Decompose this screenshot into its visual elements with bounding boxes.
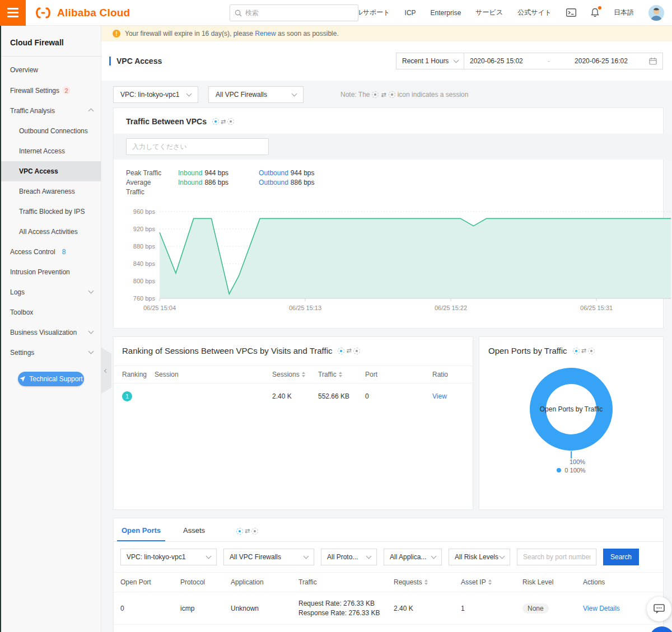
sort-icon[interactable]	[302, 372, 305, 377]
traffic-between-vpcs-card: Traffic Between VPCs ⇄ Peak Traffic Inbo…	[113, 107, 664, 329]
port-value: 0	[365, 392, 432, 400]
search-button[interactable]: Search	[603, 549, 639, 565]
user-avatar[interactable]	[648, 5, 664, 21]
ranking-table-header: Ranking Session Sessions Traffic Port Ra…	[114, 366, 473, 383]
vpc-search-strip	[114, 134, 671, 160]
chat-support-button[interactable]	[647, 597, 671, 621]
vpc-select[interactable]: VPC: lin-tokyo-vpc1	[120, 549, 217, 565]
session-dot-blue-icon	[212, 118, 219, 125]
chevron-down-icon	[186, 91, 192, 97]
chevron-down-icon	[89, 288, 93, 296]
session-dot-blue-icon	[573, 348, 580, 354]
chevron-down-icon	[292, 91, 297, 97]
sidebar-item-business-visualization[interactable]: Business Visualization	[1, 322, 101, 343]
vpc-firewalls-select[interactable]: All VPC Firewalls	[208, 86, 304, 103]
svg-text:960 bps: 960 bps	[133, 208, 156, 215]
sort-icon[interactable]	[488, 579, 492, 585]
page-title: VPC Access	[109, 57, 162, 65]
global-search[interactable]	[230, 4, 358, 21]
donut-ring: Open Ports by Traffic	[530, 368, 613, 451]
sidebar-item-overview[interactable]: Overview	[1, 60, 101, 80]
ports-table-header: Open Port Protocol Application Traffic R…	[114, 572, 663, 592]
vpc-select[interactable]: VPC: lin-tokyo-vpc1	[113, 86, 198, 103]
sidebar-collapse-handle[interactable]	[101, 347, 111, 394]
sidebar-item-all-access-activities[interactable]: All Access Activities	[1, 222, 101, 242]
asset-ip-value: 1	[461, 605, 522, 612]
donut-callout-line	[571, 451, 572, 458]
legend-dot	[557, 468, 561, 472]
view-details-link[interactable]: View Details	[583, 605, 620, 612]
sidebar-item-outbound-connections[interactable]: Outbound Connections	[1, 121, 101, 141]
sidebar-item-logs[interactable]: Logs	[1, 282, 101, 302]
paper-plane-icon	[19, 376, 26, 382]
sort-icon[interactable]	[424, 579, 428, 585]
sessions-sort-header[interactable]: Sessions	[272, 371, 318, 378]
time-range-select[interactable]: Recent 1 Hours	[396, 53, 464, 69]
session-arrows-icon: ⇄	[221, 119, 226, 125]
date-end: 2020-06-25 16:02	[575, 57, 628, 65]
alibaba-cloud-logo-icon	[34, 7, 53, 19]
notifications-bell-icon[interactable]	[591, 8, 599, 17]
search-icon	[235, 10, 242, 17]
risk-level-select[interactable]: All Risk Levels	[449, 549, 510, 565]
nav-item-icp[interactable]: ICP	[405, 9, 416, 17]
tab-open-ports[interactable]: Open Ports	[120, 526, 162, 541]
expiry-warning-banner: ! Your firewall will expire in 16 day(s)…	[101, 26, 672, 41]
hamburger-menu-icon[interactable]	[0, 0, 26, 26]
vpc-session-icon: ⇄	[236, 528, 258, 535]
port-number-search-input[interactable]	[517, 549, 596, 565]
nav-item-enterprise[interactable]: Enterprise	[431, 9, 461, 17]
session-dot-gray-icon	[251, 528, 258, 535]
protocol-select[interactable]: All Proto...	[321, 549, 377, 565]
chevron-left-icon	[104, 368, 108, 372]
requests-value: 2.40 K	[394, 605, 461, 612]
sort-icon[interactable]	[339, 372, 342, 377]
chevron-down-icon	[500, 554, 505, 559]
svg-text:06/25 15:13: 06/25 15:13	[289, 305, 321, 311]
vpc-pair-input[interactable]	[126, 138, 269, 155]
traffic-sort-header[interactable]: Traffic	[318, 371, 365, 378]
view-link[interactable]: View	[432, 392, 447, 400]
sidebar-item-traffic-blocked-by-ips[interactable]: Traffic Blocked by IPS	[1, 202, 101, 222]
ranking-card-title: Ranking of Sessions Between VPCs by Visi…	[122, 346, 332, 355]
page-header: VPC Access Recent 1 Hours 2020-06-25 15:…	[101, 41, 672, 81]
sidebar-item-settings[interactable]: Settings	[1, 343, 101, 363]
session-dot-gray-icon	[588, 348, 595, 354]
svg-text:800 bps: 800 bps	[133, 278, 156, 284]
vpc-firewalls-select[interactable]: All VPC Firewalls	[223, 549, 314, 565]
nav-item-services[interactable]: サービス	[475, 8, 503, 17]
sidebar-item-vpc-access[interactable]: VPC Access	[1, 161, 101, 181]
requests-sort-header[interactable]: Requests	[394, 578, 461, 586]
peak-outbound-value: 944 bps	[291, 169, 315, 177]
tab-assets[interactable]: Assets	[182, 526, 206, 541]
sidebar-item-traffic-analysis[interactable]: Traffic Analysis	[1, 101, 101, 121]
open-ports-assets-card: Open Ports Assets ⇄ VPC: lin-tokyo-vpc1 …	[113, 518, 664, 632]
language-selector[interactable]: 日本語	[614, 8, 634, 17]
application-select[interactable]: All Applica...	[384, 549, 442, 565]
sidebar-item-firewall-settings[interactable]: Firewall Settings2	[1, 80, 101, 101]
sidebar-item-access-control[interactable]: Access Control8	[1, 242, 101, 262]
traffic-value: 552.66 KB	[318, 392, 365, 400]
vpc-session-icon: ⇄	[212, 118, 234, 125]
tabs-row: Open Ports Assets ⇄	[114, 518, 663, 542]
nav-item-official-site[interactable]: 公式サイト	[517, 8, 552, 17]
risk-level-badge: None	[522, 603, 549, 614]
brand-logo[interactable]: Alibaba Cloud	[34, 7, 130, 19]
asset-ip-sort-header[interactable]: Asset IP	[461, 578, 522, 586]
date-range-picker[interactable]: 2020-06-25 15:02 - 2020-06-25 16:02	[464, 53, 663, 69]
technical-support-button[interactable]: Technical Support	[18, 372, 84, 386]
renew-link[interactable]: Renew	[255, 30, 276, 38]
session-icon-note: Note: The ⇄ icon indicates a session	[340, 91, 468, 99]
sidebar-item-breach-awareness[interactable]: Breach Awareness	[1, 181, 101, 202]
open-port-value: 0	[120, 605, 180, 612]
sidebar-item-internet-access[interactable]: Internet Access	[1, 141, 101, 161]
traffic-rates: Request Rate: 276.33 KB Response Rate: 2…	[298, 599, 394, 618]
access-control-count: 8	[62, 248, 66, 256]
session-dot-blue-icon	[338, 348, 344, 354]
sidebar-item-intrusion-prevention[interactable]: Intrusion Prevention	[1, 262, 101, 282]
search-input[interactable]	[245, 9, 353, 17]
sidebar-item-toolbox[interactable]: Toolbox	[1, 302, 101, 322]
console-terminal-icon[interactable]	[566, 8, 576, 17]
session-arrows-icon: ⇄	[381, 92, 386, 98]
ports-table-row: 0 icmp Unknown Request Rate: 276.33 KB R…	[114, 592, 663, 625]
